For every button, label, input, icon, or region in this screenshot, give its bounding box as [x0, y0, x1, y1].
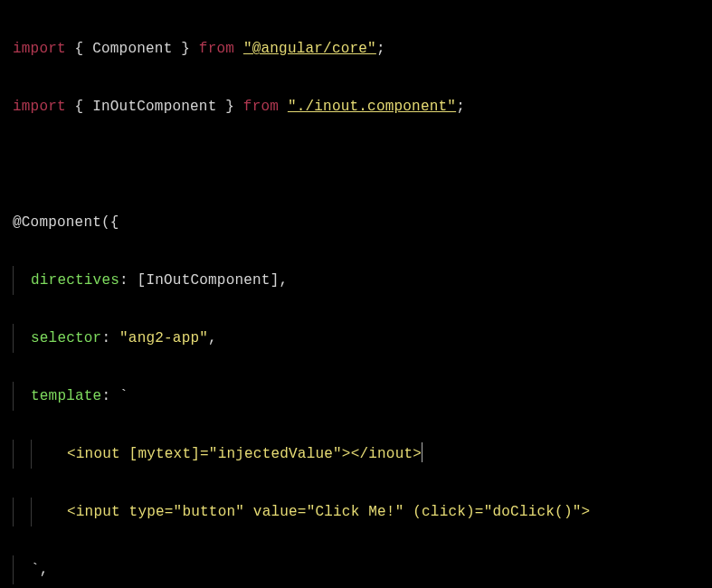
code-line[interactable]: import { InOutComponent } from "./inout.… [13, 92, 712, 121]
decorator-name: Component [22, 214, 101, 231]
identifier: InOutComponent [92, 99, 216, 115]
code-line[interactable]: <inout [mytext]="injectedValue"></inout> [13, 440, 712, 469]
text-cursor [422, 442, 422, 462]
keyword-from: from [199, 41, 234, 57]
code-line[interactable]: import { Component } from "@angular/core… [13, 34, 712, 63]
code-line[interactable]: `, [13, 555, 712, 584]
keyword-import: import [13, 41, 66, 57]
property-name: template [31, 388, 101, 404]
code-line[interactable] [13, 150, 712, 179]
code-line[interactable]: directives: [InOutComponent], [13, 266, 712, 295]
property-name: directives [31, 272, 119, 289]
property-name: selector [31, 330, 101, 346]
identifier: Component [92, 41, 172, 57]
code-line[interactable]: <input type="button" value="Click Me!" (… [13, 498, 712, 526]
module-path: "@angular/core" [243, 41, 376, 57]
code-editor[interactable]: import { Component } from "@angular/core… [0, 0, 712, 588]
backtick: ` [31, 562, 40, 578]
template-html: <inout [mytext]="injectedValue"></inout> [67, 446, 422, 462]
backtick: ` [119, 388, 128, 404]
string-literal: "ang2-app" [119, 330, 208, 346]
code-line[interactable]: @Component({ [13, 208, 712, 237]
code-line[interactable]: template: ` [13, 382, 712, 411]
decorator-at: @ [13, 214, 22, 231]
keyword-from: from [243, 99, 279, 115]
identifier: InOutComponent [146, 272, 270, 289]
module-path: "./inout.component" [288, 99, 456, 115]
keyword-import: import [13, 99, 66, 115]
template-html: <input type="button" value="Click Me!" (… [67, 504, 590, 520]
code-line[interactable]: selector: "ang2-app", [13, 324, 712, 353]
